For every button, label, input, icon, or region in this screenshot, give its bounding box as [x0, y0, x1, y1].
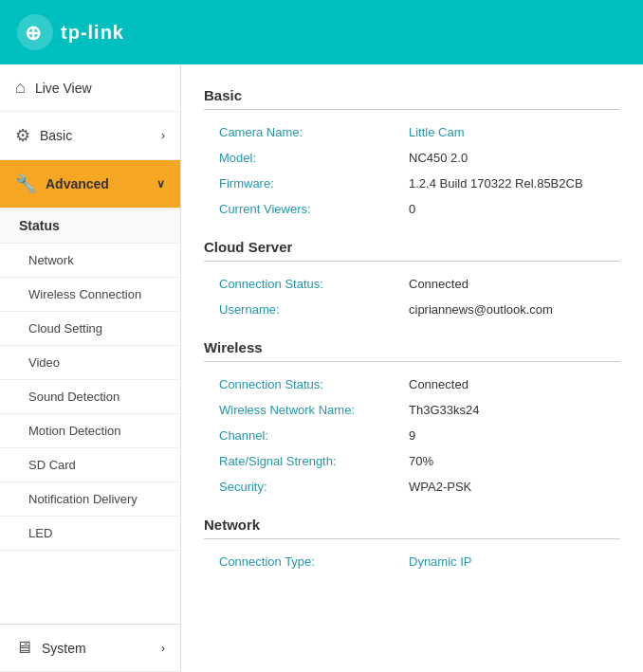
sidebar-bottom: 🖥 System ›	[0, 624, 180, 672]
username-value: cipriannews@outlook.com	[409, 302, 605, 317]
wireless-network-name-label: Wireless Network Name:	[219, 403, 409, 417]
sidebar-subitem-cloud-setting[interactable]: Cloud Setting	[0, 312, 180, 346]
model-label: Model:	[219, 151, 409, 165]
security-label: Security:	[219, 480, 409, 494]
firmware-value: 1.2.4 Build 170322 Rel.85B2CB	[409, 176, 605, 191]
sidebar-subitem-sound-detection[interactable]: Sound Detection	[0, 380, 180, 414]
table-row: Channel: 9	[204, 423, 620, 448]
sidebar-item-label: Advanced	[46, 176, 109, 191]
connection-type-value: Dynamic IP	[409, 554, 605, 569]
basic-section: Basic Camera Name: Little Cam Model: NC4…	[204, 87, 620, 222]
basic-section-title: Basic	[204, 87, 620, 103]
username-label: Username:	[219, 302, 409, 317]
cloud-connection-status-label: Connection Status:	[219, 277, 409, 291]
network-divider	[204, 538, 620, 539]
sidebar-item-advanced[interactable]: 🔧 Advanced ∨	[0, 160, 180, 209]
chevron-right-icon: ›	[161, 129, 165, 142]
table-row: Rate/Signal Strength: 70%	[204, 448, 620, 474]
rate-signal-label: Rate/Signal Strength:	[219, 454, 409, 468]
system-icon: 🖥	[15, 638, 32, 658]
rate-signal-value: 70%	[409, 454, 605, 468]
cloud-server-divider	[204, 261, 620, 262]
table-row: Connection Status: Connected	[204, 271, 620, 297]
sidebar-item-label: Basic	[40, 128, 72, 143]
camera-name-value: Little Cam	[409, 125, 605, 139]
logo-text: tp-link	[61, 22, 124, 44]
firmware-label: Firmware:	[219, 176, 409, 191]
table-row: Connection Type: Dynamic IP	[204, 549, 620, 574]
gear-icon: ⚙	[15, 125, 30, 146]
sidebar-subitem-video[interactable]: Video	[0, 346, 180, 380]
sidebar-item-live-view[interactable]: ⌂ Live View	[0, 64, 180, 112]
status-heading: Status	[0, 209, 180, 244]
main-layout: ⌂ Live View ⚙ Basic › 🔧 Advanced ∨ Statu…	[0, 64, 643, 672]
wireless-connection-status-label: Connection Status:	[219, 377, 409, 391]
wireless-divider	[204, 361, 620, 362]
security-value: WPA2-PSK	[409, 480, 605, 494]
sidebar-subitem-wireless-connection[interactable]: Wireless Connection	[0, 278, 180, 312]
sidebar-subitem-network[interactable]: Network	[0, 244, 180, 278]
wrench-icon: 🔧	[15, 173, 36, 194]
sidebar: ⌂ Live View ⚙ Basic › 🔧 Advanced ∨ Statu…	[0, 64, 181, 672]
home-icon: ⌂	[15, 78, 26, 98]
wireless-section: Wireless Connection Status: Connected Wi…	[204, 339, 620, 499]
wireless-info-table: Connection Status: Connected Wireless Ne…	[204, 372, 620, 499]
network-section-title: Network	[204, 517, 620, 533]
sidebar-item-label: Live View	[35, 81, 92, 96]
channel-value: 9	[409, 428, 605, 443]
cloud-connection-status-value: Connected	[409, 277, 605, 291]
cloud-server-section-title: Cloud Server	[204, 239, 620, 255]
svg-text:⊕: ⊕	[25, 22, 42, 44]
table-row: Wireless Network Name: Th3G33ks24	[204, 397, 620, 423]
sidebar-item-system[interactable]: 🖥 System ›	[0, 625, 180, 672]
channel-label: Channel:	[219, 428, 409, 443]
chevron-down-icon: ∨	[156, 177, 165, 191]
network-info-table: Connection Type: Dynamic IP	[204, 549, 620, 574]
wireless-section-title: Wireless	[204, 339, 620, 355]
sidebar-subitem-notification-delivery[interactable]: Notification Delivery	[0, 482, 180, 517]
network-section: Network Connection Type: Dynamic IP	[204, 517, 620, 574]
model-value: NC450 2.0	[409, 151, 605, 165]
wireless-network-name-value: Th3G33ks24	[409, 403, 605, 417]
current-viewers-label: Current Viewers:	[219, 202, 409, 216]
wireless-connection-status-value: Connected	[409, 377, 605, 391]
camera-name-label: Camera Name:	[219, 125, 409, 139]
app-header: ⊕ tp-link	[0, 0, 643, 64]
table-row: Connection Status: Connected	[204, 372, 620, 397]
table-row: Username: cipriannews@outlook.com	[204, 297, 620, 322]
sidebar-subitem-motion-detection[interactable]: Motion Detection	[0, 414, 180, 448]
chevron-right-icon: ›	[161, 642, 165, 655]
sidebar-item-label: System	[42, 641, 86, 656]
table-row: Security: WPA2-PSK	[204, 474, 620, 499]
connection-type-label: Connection Type:	[219, 554, 409, 569]
cloud-server-info-table: Connection Status: Connected Username: c…	[204, 271, 620, 322]
content-area: Basic Camera Name: Little Cam Model: NC4…	[181, 64, 643, 672]
cloud-server-section: Cloud Server Connection Status: Connecte…	[204, 239, 620, 322]
table-row: Current Viewers: 0	[204, 196, 620, 222]
table-row: Camera Name: Little Cam	[204, 119, 620, 145]
advanced-submenu: Status Network Wireless Connection Cloud…	[0, 209, 180, 551]
table-row: Model: NC450 2.0	[204, 145, 620, 171]
basic-info-table: Camera Name: Little Cam Model: NC450 2.0…	[204, 119, 620, 222]
sidebar-subitem-sd-card[interactable]: SD Card	[0, 448, 180, 482]
logo: ⊕ tp-link	[17, 14, 124, 50]
sidebar-subitem-led[interactable]: LED	[0, 517, 180, 551]
sidebar-item-basic[interactable]: ⚙ Basic ›	[0, 112, 180, 160]
table-row: Firmware: 1.2.4 Build 170322 Rel.85B2CB	[204, 171, 620, 196]
tp-link-logo-icon: ⊕	[17, 14, 53, 50]
current-viewers-value: 0	[409, 202, 605, 216]
basic-divider	[204, 109, 620, 110]
